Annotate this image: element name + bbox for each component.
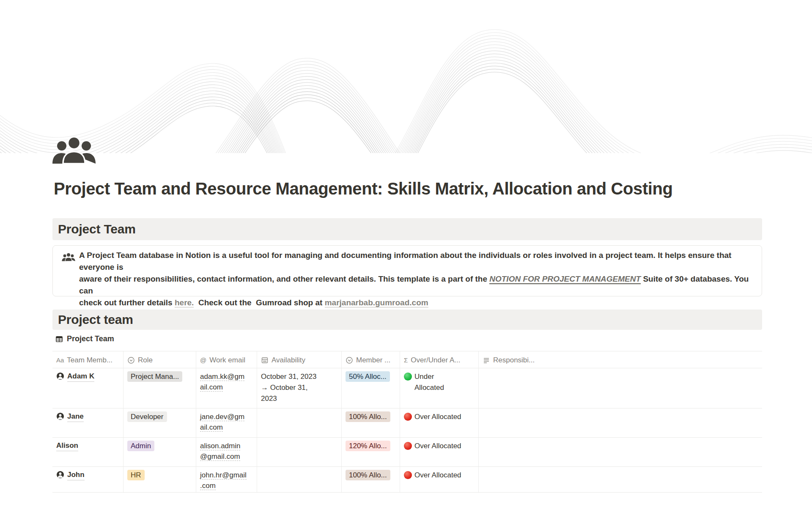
role-chip: Developer [127,411,167,422]
cell-responsibilities[interactable] [479,438,762,466]
cell-team-member[interactable]: Adam K [52,368,123,408]
cell-over-under[interactable]: Over Allocated [400,438,479,466]
select-property-icon [346,356,353,364]
cover-wave-pattern [0,0,812,153]
table-row: Jane Developer jane.dev@gm ail.com 100% … [52,408,762,438]
status-dot-red [404,442,412,450]
heading-label: Project Team [58,222,136,236]
database-title: Project Team [67,334,114,343]
cell-work-email[interactable]: alison.admin @gmail.com [196,438,257,466]
here-link[interactable]: here. [175,298,194,307]
callout-line3-mid: Check out the Gumroad shop at [194,298,324,307]
text-property-icon [483,356,490,364]
allocation-chip: 120% Allo... [346,441,390,451]
callout-line-2: aware of their responsibilities, contact… [79,273,754,297]
column-header-team-member[interactable]: Aa Team Memb... [52,351,123,368]
status-dot-green [404,373,412,381]
cell-responsibilities[interactable] [479,467,762,492]
project-team-table: Aa Team Memb... Role @ Work email Availa… [52,351,762,493]
cell-role[interactable]: Developer [123,408,196,437]
table-row: John HR john.hr@gmail .com 100% Allo... … [52,467,762,493]
callout-line2-pre: aware of their responsibilities, contact… [79,274,489,283]
role-chip: HR [127,470,145,480]
cell-over-under[interactable]: Under Allocated [400,368,479,408]
cell-role[interactable]: Project Mana... [123,368,196,408]
cell-work-email[interactable]: adam.kk@gm ail.com [196,368,257,408]
status-label: Under Allocated [414,371,444,393]
column-header-responsibilities[interactable]: Responsibi... [479,351,762,368]
cell-member-allocation[interactable]: 120% Allo... [342,438,400,466]
cell-over-under[interactable]: Over Allocated [400,408,479,437]
cell-member-allocation[interactable]: 100% Allo... [342,408,400,437]
column-label: Team Memb... [67,356,112,364]
column-header-work-email[interactable]: @ Work email [196,351,257,368]
email-value[interactable]: alison.admin @gmail.com [200,442,240,461]
allocation-chip: 100% Allo... [346,470,390,480]
member-name[interactable]: Jane [67,411,84,422]
column-header-availability[interactable]: Availability [257,351,342,368]
allocation-chip: 100% Allo... [346,411,390,422]
notion-pm-link[interactable]: NOTION FOR PROJECT MANAGEMENT [489,274,641,284]
formula-property-icon: Σ [404,356,408,364]
table-view-icon [55,335,63,343]
gumroad-link[interactable]: marjanarbab.gumroad.com [325,298,428,307]
cell-role[interactable]: HR [123,467,196,492]
cell-member-allocation[interactable]: 50% Alloc... [342,368,400,408]
callout-line-3: check out further details here. Check ou… [79,297,754,309]
email-value[interactable]: jane.dev@gm ail.com [200,413,244,432]
person-icon [56,471,64,479]
email-value[interactable]: adam.kk@gm ail.com [200,373,244,392]
cell-availability[interactable]: October 31, 2023 → October 31, 2023 [257,368,342,408]
column-header-over-under[interactable]: Σ Over/Under A... [400,351,479,368]
cell-work-email[interactable]: jane.dev@gm ail.com [196,408,257,437]
callout-line3-pre: check out further details [79,298,175,307]
email-property-icon: @ [200,356,206,364]
cell-responsibilities[interactable] [479,368,762,408]
column-label: Member ... [356,356,390,364]
column-label: Over/Under A... [411,356,460,364]
status-dot-red [404,413,412,421]
page-title: Project Team and Resource Management: Sk… [54,179,730,198]
cell-team-member[interactable]: Jane [52,408,123,437]
table-header-row: Aa Team Memb... Role @ Work email Availa… [52,351,762,368]
callout-block: A Project Team database in Notion is a u… [52,245,762,296]
cell-role[interactable]: Admin [123,438,196,466]
table-row: Alison Admin alison.admin @gmail.com 120… [52,438,762,467]
cell-responsibilities[interactable] [479,408,762,437]
table-row: Adam K Project Mana... adam.kk@gm ail.co… [52,368,762,408]
section-heading-project-team[interactable]: Project Team [52,218,762,240]
cell-team-member[interactable]: Alison [52,438,123,466]
person-icon [56,412,64,420]
page-icon-people-group[interactable] [52,137,96,164]
member-name[interactable]: Adam K [67,371,94,382]
people-group-icon [62,253,75,261]
role-chip: Project Mana... [127,371,182,382]
section-heading-project-team-lower[interactable]: Project team [52,310,762,330]
cell-work-email[interactable]: john.hr@gmail .com [196,467,257,492]
member-name[interactable]: Alison [56,441,78,451]
column-label: Availability [272,356,305,364]
column-label: Responsibi... [493,356,535,364]
status-dot-red [404,471,412,479]
date-property-icon [261,356,269,364]
availability-value: October 31, 2023 → October 31, 2023 [261,371,337,404]
status-label: Over Allocated [414,411,461,422]
column-header-member-allocation[interactable]: Member ... [342,351,400,368]
database-view-title[interactable]: Project Team [55,334,114,343]
callout-text: A Project Team database in Notion is a u… [79,249,754,309]
cell-team-member[interactable]: John [52,467,123,492]
person-icon [56,372,64,380]
heading-label: Project team [58,312,133,327]
allocation-chip: 50% Alloc... [346,371,390,382]
column-header-role[interactable]: Role [123,351,196,368]
cell-availability[interactable] [257,438,342,466]
cell-member-allocation[interactable]: 100% Allo... [342,467,400,492]
cell-over-under[interactable]: Over Allocated [400,467,479,492]
email-value[interactable]: john.hr@gmail .com [200,471,247,490]
cell-availability[interactable] [257,467,342,492]
cell-availability[interactable] [257,408,342,437]
column-label: Role [138,356,153,364]
title-property-icon: Aa [56,356,64,364]
role-chip: Admin [127,441,154,451]
member-name[interactable]: John [67,470,85,480]
